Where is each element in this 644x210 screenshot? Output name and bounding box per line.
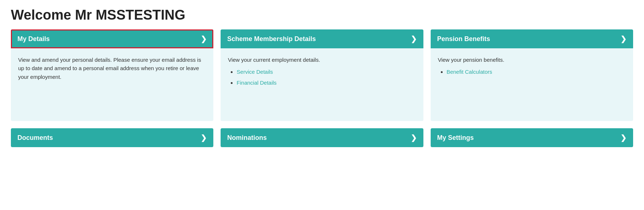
- chevron-icon-scheme-membership: ❯: [411, 35, 417, 43]
- link-benefit-calculators[interactable]: Benefit Calculators: [447, 69, 492, 75]
- link-financial-details[interactable]: Financial Details: [237, 80, 276, 86]
- card-header-my-details[interactable]: My Details ❯: [11, 29, 213, 48]
- chevron-icon-my-settings: ❯: [620, 133, 627, 142]
- bottom-card-nominations[interactable]: Nominations ❯: [221, 128, 423, 147]
- list-item: Financial Details: [237, 78, 416, 87]
- link-service-details[interactable]: Service Details: [237, 69, 273, 75]
- card-body-pension-benefits: View your pension benefits. Benefit Calc…: [431, 48, 633, 121]
- bottom-card-label-documents: Documents: [17, 134, 53, 142]
- bottom-card-label-my-settings: My Settings: [437, 134, 474, 142]
- list-item: Benefit Calculators: [447, 68, 626, 76]
- chevron-icon-pension-benefits: ❯: [620, 35, 627, 43]
- card-body-text-pension-benefits: View your pension benefits.: [438, 56, 626, 64]
- card-header-label-scheme-membership: Scheme Membership Details: [227, 35, 316, 43]
- card-body-text-scheme-membership: View your current employment details.: [228, 56, 416, 64]
- card-header-scheme-membership[interactable]: Scheme Membership Details ❯: [221, 29, 423, 48]
- chevron-icon-my-details: ❯: [201, 35, 207, 43]
- card-scheme-membership: Scheme Membership Details ❯ View your cu…: [221, 29, 423, 121]
- card-links-pension-benefits: Benefit Calculators: [438, 68, 626, 76]
- bottom-cards-grid: Documents ❯ Nominations ❯ My Settings ❯: [11, 128, 633, 147]
- chevron-icon-documents: ❯: [201, 133, 207, 142]
- list-item: Service Details: [237, 68, 416, 76]
- top-cards-grid: My Details ❯ View and amend your persona…: [11, 29, 633, 121]
- card-body-text-my-details: View and amend your personal details. Pl…: [18, 56, 206, 81]
- card-links-scheme-membership: Service Details Financial Details: [228, 68, 416, 87]
- page-title: Welcome Mr MSSTESTING: [11, 7, 633, 23]
- card-pension-benefits: Pension Benefits ❯ View your pension ben…: [431, 29, 633, 121]
- bottom-card-label-nominations: Nominations: [227, 134, 267, 142]
- card-body-my-details: View and amend your personal details. Pl…: [11, 48, 213, 121]
- card-header-pension-benefits[interactable]: Pension Benefits ❯: [431, 29, 633, 48]
- bottom-card-my-settings[interactable]: My Settings ❯: [431, 128, 633, 147]
- card-my-details: My Details ❯ View and amend your persona…: [11, 29, 213, 121]
- card-header-label-pension-benefits: Pension Benefits: [437, 35, 490, 43]
- chevron-icon-nominations: ❯: [411, 133, 417, 142]
- card-body-scheme-membership: View your current employment details. Se…: [221, 48, 423, 121]
- card-header-label-my-details: My Details: [17, 35, 50, 43]
- bottom-card-documents[interactable]: Documents ❯: [11, 128, 213, 147]
